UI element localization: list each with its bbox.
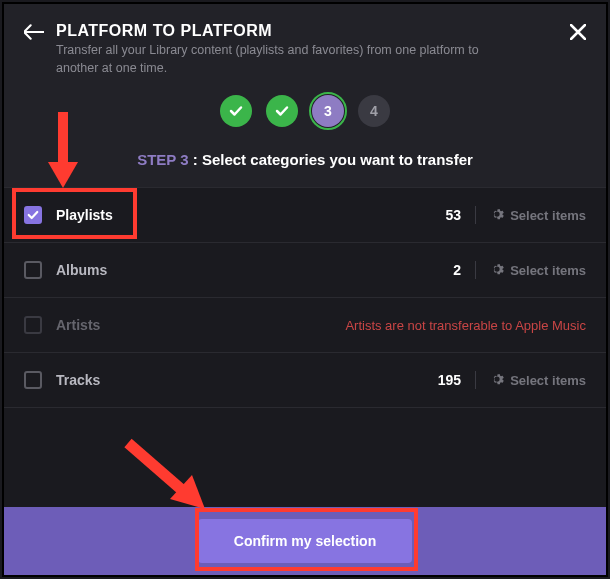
back-button[interactable] bbox=[24, 24, 44, 44]
select-items-button[interactable]: Select items bbox=[490, 207, 586, 224]
divider bbox=[475, 261, 476, 279]
step-3-current: 3 bbox=[312, 95, 344, 127]
check-icon bbox=[27, 209, 39, 221]
step-1-done bbox=[220, 95, 252, 127]
select-items-label: Select items bbox=[510, 263, 586, 278]
step-description: Select categories you want to transfer bbox=[202, 151, 473, 168]
gear-icon bbox=[490, 372, 504, 389]
step-indicator: 3 4 bbox=[4, 89, 606, 141]
checkbox-albums[interactable] bbox=[24, 261, 42, 279]
select-items-button[interactable]: Select items bbox=[490, 262, 586, 279]
select-items-label: Select items bbox=[510, 208, 586, 223]
category-error: Artists are not transferable to Apple Mu… bbox=[345, 318, 586, 333]
select-items-button[interactable]: Select items bbox=[490, 372, 586, 389]
check-icon bbox=[275, 104, 289, 118]
gear-icon bbox=[490, 262, 504, 279]
divider bbox=[475, 371, 476, 389]
step-separator: : bbox=[189, 151, 202, 168]
close-icon bbox=[570, 24, 586, 40]
category-count: 195 bbox=[438, 372, 461, 388]
gear-icon bbox=[490, 207, 504, 224]
checkbox-tracks[interactable] bbox=[24, 371, 42, 389]
step-heading: STEP 3 : Select categories you want to t… bbox=[4, 141, 606, 188]
dialog-title: PLATFORM TO PLATFORM bbox=[56, 22, 558, 40]
checkbox-artists bbox=[24, 316, 42, 334]
category-row-tracks[interactable]: Tracks 195 Select items bbox=[4, 353, 606, 408]
category-label: Albums bbox=[56, 262, 439, 278]
category-label: Tracks bbox=[56, 372, 424, 388]
confirm-button[interactable]: Confirm my selection bbox=[198, 519, 412, 563]
category-row-albums[interactable]: Albums 2 Select items bbox=[4, 243, 606, 298]
step-number: 4 bbox=[370, 103, 378, 119]
divider bbox=[475, 206, 476, 224]
category-list: Playlists 53 Select items Albums 2 Selec… bbox=[4, 188, 606, 408]
category-label: Artists bbox=[56, 317, 331, 333]
step-2-done bbox=[266, 95, 298, 127]
step-label: STEP 3 bbox=[137, 151, 188, 168]
close-button[interactable] bbox=[570, 22, 586, 45]
category-label: Playlists bbox=[56, 207, 432, 223]
category-row-playlists[interactable]: Playlists 53 Select items bbox=[4, 188, 606, 243]
arrow-left-icon bbox=[24, 24, 44, 40]
dialog-subtitle: Transfer all your Library content (playl… bbox=[56, 42, 496, 77]
category-count: 53 bbox=[446, 207, 462, 223]
dialog-header: PLATFORM TO PLATFORM Transfer all your L… bbox=[4, 4, 606, 89]
step-number: 3 bbox=[324, 103, 332, 119]
select-items-label: Select items bbox=[510, 373, 586, 388]
category-row-artists: Artists Artists are not transferable to … bbox=[4, 298, 606, 353]
check-icon bbox=[229, 104, 243, 118]
annotation-arrow-icon bbox=[120, 435, 210, 515]
dialog-footer: Confirm my selection bbox=[4, 507, 606, 575]
step-4-future: 4 bbox=[358, 95, 390, 127]
checkbox-playlists[interactable] bbox=[24, 206, 42, 224]
category-count: 2 bbox=[453, 262, 461, 278]
